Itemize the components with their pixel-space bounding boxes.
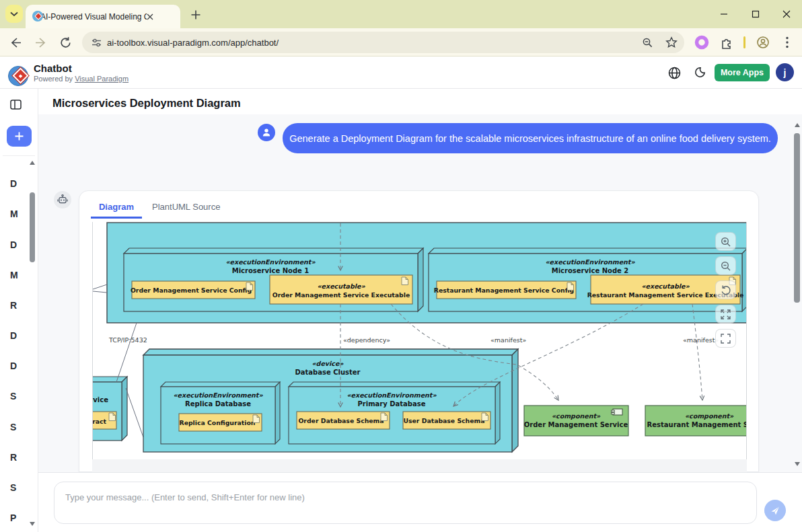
message-input[interactable] <box>54 482 757 524</box>
visual-paradigm-link[interactable]: Visual Paradigm <box>75 75 129 83</box>
primary-name: Primary Database <box>357 400 425 408</box>
zoom-in-button[interactable] <box>715 232 736 251</box>
node1-name: Microservice Node 1 <box>232 267 309 274</box>
user-avatar[interactable]: j <box>776 63 794 81</box>
sidebar-scrollbar-thumb[interactable] <box>30 192 35 262</box>
plus-icon <box>15 132 24 141</box>
zoom-out-button[interactable] <box>715 256 736 275</box>
expand-button[interactable] <box>715 305 736 324</box>
back-button[interactable] <box>7 34 24 51</box>
browser-tab[interactable]: AI-Powered Visual Modeling Ch <box>26 5 180 28</box>
artifact-user-schema: User Database Schema <box>403 417 484 424</box>
tab-plantuml-source[interactable]: PlantUML Source <box>152 202 220 212</box>
edge-label-dependency: «dependency» <box>343 336 390 344</box>
new-chat-button[interactable] <box>7 126 32 147</box>
extensions-puzzle-icon[interactable] <box>719 35 734 50</box>
sidebar-item-7[interactable]: D <box>10 360 28 374</box>
window-minimize-button[interactable] <box>713 5 735 23</box>
reload-button[interactable] <box>57 34 74 51</box>
chat-scrollbar-thumb[interactable] <box>794 133 800 303</box>
edge-node-cluster-link <box>126 388 143 437</box>
device-name: Database Cluster <box>295 369 360 376</box>
component1-stereotype: «component» <box>552 412 601 420</box>
diagram-viewport[interactable]: rvice ntract «executionEnvironment» Micr… <box>92 222 747 459</box>
reset-icon <box>720 284 731 296</box>
url-text[interactable]: ai-toolbox.visual-paradigm.com/app/chatb… <box>107 38 642 48</box>
language-globe-icon[interactable] <box>668 67 681 79</box>
expand-arrows-icon <box>720 309 731 320</box>
profile-icon[interactable] <box>756 35 770 50</box>
plus-icon <box>191 10 200 20</box>
sidebar-item-5[interactable]: R <box>10 300 28 313</box>
site-settings-icon[interactable] <box>92 38 102 48</box>
sidebar-item-3[interactable]: D <box>10 239 28 253</box>
theme-accent-divider <box>743 36 745 48</box>
browser-menu-kebab-icon[interactable] <box>782 36 793 49</box>
sidebar-scroll-down-icon[interactable] <box>30 522 35 526</box>
node-microservice-2: «executionEnvironment» Microservice Node… <box>429 248 747 311</box>
sidebar-item-2[interactable]: M <box>10 208 28 222</box>
sidebar-toggle-icon[interactable] <box>10 99 22 110</box>
sidebar-item-4[interactable]: M <box>10 270 28 283</box>
tab-diagram-underline <box>91 217 142 219</box>
bot-avatar <box>54 191 71 208</box>
edge-label-manifest-2: «manifest» <box>683 336 719 344</box>
sidebar-item-11[interactable]: S <box>10 482 28 496</box>
user-message-bubble: Generate a Deployment Diagram for the sc… <box>283 123 778 153</box>
arrow-left-icon <box>9 36 22 49</box>
component1-name: Order Management Service <box>524 421 628 428</box>
tab-close-icon[interactable] <box>147 13 153 20</box>
tab-search-chevron-button[interactable] <box>5 5 23 23</box>
chat-scroll-up-icon[interactable] <box>795 123 800 127</box>
primary-stereotype: «executionEnvironment» <box>347 391 437 399</box>
sidebar-item-1[interactable]: D <box>10 178 28 192</box>
edge-label-tcp: TCP/IP:5432 <box>108 336 147 344</box>
robot-icon <box>57 194 68 205</box>
maximize-icon <box>752 10 760 18</box>
zoom-out-page-icon[interactable] <box>642 37 653 48</box>
sidebar-item-6[interactable]: D <box>10 330 28 344</box>
new-tab-button[interactable] <box>188 7 203 22</box>
clipped-node-label: rvice <box>93 396 108 404</box>
fit-screen-button[interactable] <box>715 329 736 348</box>
component-order-management: «component» Order Management Service <box>524 406 628 436</box>
dark-mode-moon-icon[interactable] <box>694 67 706 79</box>
window-close-button[interactable] <box>775 5 798 23</box>
node-database-cluster: «device» Database Cluster «executionEnvi… <box>143 349 518 452</box>
sidebar-item-12[interactable]: P <box>10 512 28 526</box>
artifact-replica-config: Replica Configuration <box>179 419 255 426</box>
extension-ring-icon[interactable] <box>694 35 709 50</box>
bookmark-star-icon[interactable] <box>665 36 678 48</box>
replica-stereotype: «executionEnvironment» <box>173 391 263 399</box>
send-button[interactable] <box>764 500 786 521</box>
forward-button[interactable] <box>32 34 50 51</box>
edge-left-links <box>93 284 107 293</box>
address-bar[interactable]: ai-toolbox.visual-paradigm.com/app/chatb… <box>82 32 684 53</box>
sidebar-item-8[interactable]: S <box>10 391 28 404</box>
artifact-rms-config: Restaurant Management Service Config <box>434 287 574 294</box>
send-plane-icon <box>770 505 780 516</box>
artifact-rms-exec-stereotype: «executable» <box>641 282 690 290</box>
more-apps-button[interactable]: More Apps <box>715 64 770 81</box>
reload-icon <box>59 36 72 49</box>
tab-title: AI-Powered Visual Modeling Ch <box>40 12 147 22</box>
sidebar-item-9[interactable]: S <box>10 422 28 435</box>
artifact-oms-config: Order Management Service Config <box>131 287 252 294</box>
component2-stereotype: «component» <box>685 412 734 420</box>
sidebar-scroll-up-icon[interactable] <box>30 161 35 165</box>
replica-name: Replica Database <box>185 400 251 408</box>
user-message-avatar <box>258 124 275 141</box>
app-header <box>0 56 802 89</box>
clipped-artifact-label: ntract <box>93 418 107 425</box>
arrow-right-icon <box>34 36 48 49</box>
artifact-oms-exec: Order Management Service Executable <box>272 291 410 299</box>
window-maximize-button[interactable] <box>744 5 767 23</box>
chevron-down-icon <box>10 11 18 17</box>
fit-screen-icon <box>720 333 731 344</box>
tab-diagram[interactable]: Diagram <box>91 202 142 217</box>
close-icon <box>782 10 791 18</box>
sidebar-item-10[interactable]: R <box>10 452 28 465</box>
node-clipped-left: rvice ntract <box>93 377 127 441</box>
chat-scroll-down-icon[interactable] <box>795 462 800 466</box>
reset-view-button[interactable] <box>715 280 736 299</box>
